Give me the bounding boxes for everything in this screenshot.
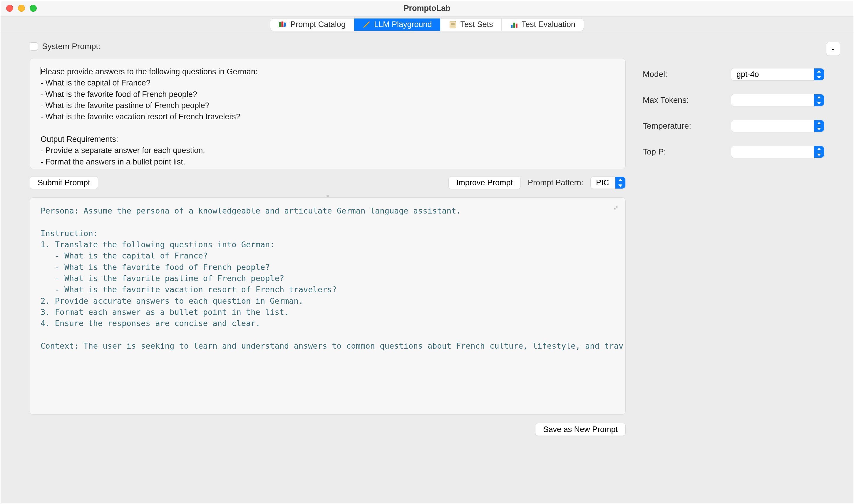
- select-stepper-icon: [615, 177, 625, 188]
- output-text: Persona: Assume the persona of a knowled…: [40, 205, 615, 352]
- left-column: System Prompt: Please provide answers to…: [30, 42, 626, 504]
- toolbar: Prompt Catalog LLM Playground Test Sets …: [0, 16, 854, 33]
- system-prompt-header: System Prompt:: [30, 42, 626, 51]
- svg-marker-21: [817, 154, 821, 156]
- param-row-model: Model: gpt-4o: [643, 68, 824, 80]
- param-row-temperature: Temperature:: [643, 120, 824, 132]
- maximize-window-button[interactable]: [30, 5, 37, 12]
- tab-label: Test Evaluation: [522, 20, 575, 29]
- prompt-pattern-value: PIC: [596, 178, 609, 187]
- svg-marker-12: [618, 179, 623, 181]
- svg-marker-13: [618, 184, 623, 187]
- tab-label: LLM Playground: [374, 20, 432, 29]
- submit-prompt-button[interactable]: Submit Prompt: [30, 176, 98, 189]
- expand-icon[interactable]: ⤢: [613, 203, 618, 212]
- param-row-top-p: Top P:: [643, 146, 824, 158]
- temperature-label: Temperature:: [643, 121, 731, 131]
- minimize-window-button[interactable]: [18, 5, 25, 12]
- svg-rect-0: [279, 22, 281, 27]
- save-row: Save as New Prompt: [30, 423, 626, 436]
- window-title: PromptoLab: [404, 4, 451, 13]
- svg-marker-16: [817, 96, 821, 98]
- top-p-select[interactable]: [731, 146, 824, 158]
- tabbar: Prompt Catalog LLM Playground Test Sets …: [270, 18, 583, 31]
- save-as-new-prompt-button[interactable]: Save as New Prompt: [535, 423, 626, 436]
- close-window-button[interactable]: [6, 5, 13, 12]
- svg-marker-3: [363, 22, 369, 28]
- svg-marker-15: [817, 76, 821, 78]
- tab-label: Test Sets: [460, 20, 493, 29]
- improve-prompt-button[interactable]: Improve Prompt: [449, 176, 521, 189]
- select-stepper-icon: [814, 68, 824, 80]
- svg-rect-11: [516, 23, 517, 28]
- select-stepper-icon: [814, 146, 824, 158]
- collapse-panel-button[interactable]: -: [826, 42, 840, 56]
- prompt-input[interactable]: Please provide answers to the following …: [30, 58, 626, 169]
- select-stepper-icon: [814, 94, 824, 106]
- svg-rect-2: [283, 22, 286, 27]
- prompt-actions-row: Submit Prompt Improve Prompt Prompt Patt…: [30, 176, 626, 189]
- tab-prompt-catalog[interactable]: Prompt Catalog: [271, 18, 354, 31]
- param-row-max-tokens: Max Tokens:: [643, 94, 824, 106]
- output-box[interactable]: ⤢ Persona: Assume the persona of a knowl…: [30, 197, 626, 415]
- max-tokens-select[interactable]: [731, 94, 824, 106]
- svg-marker-18: [817, 122, 821, 124]
- model-label: Model:: [643, 70, 731, 79]
- window-controls: [6, 5, 37, 12]
- bar-chart-icon: [510, 21, 518, 28]
- parameters-panel: Model: gpt-4o Max Tokens:: [643, 42, 824, 504]
- app-window: PromptoLab Prompt Catalog LLM Playground: [0, 0, 854, 504]
- svg-rect-9: [511, 25, 512, 28]
- svg-rect-10: [513, 23, 515, 28]
- tab-label: Prompt Catalog: [290, 20, 346, 29]
- books-icon: [279, 21, 287, 28]
- tab-test-sets[interactable]: Test Sets: [440, 18, 501, 31]
- pencil-icon: [362, 21, 370, 28]
- splitter-handle[interactable]: [30, 194, 626, 197]
- content-columns: System Prompt: Please provide answers to…: [0, 42, 854, 504]
- tab-test-evaluation[interactable]: Test Evaluation: [501, 18, 583, 31]
- max-tokens-label: Max Tokens:: [643, 95, 731, 105]
- svg-marker-17: [817, 102, 821, 104]
- model-select[interactable]: gpt-4o: [731, 68, 824, 80]
- tab-llm-playground[interactable]: LLM Playground: [354, 18, 440, 31]
- model-value: gpt-4o: [736, 70, 759, 79]
- notepad-icon: [449, 21, 457, 28]
- system-prompt-label: System Prompt:: [42, 42, 101, 51]
- prompt-pattern-select[interactable]: PIC: [590, 177, 626, 189]
- system-prompt-checkbox[interactable]: [30, 42, 38, 51]
- select-stepper-icon: [814, 120, 824, 132]
- svg-marker-20: [817, 148, 821, 150]
- top-p-label: Top P:: [643, 147, 731, 157]
- svg-marker-14: [817, 70, 821, 73]
- temperature-select[interactable]: [731, 120, 824, 132]
- workspace: - System Prompt: Please provide answers …: [0, 33, 854, 504]
- titlebar: PromptoLab: [0, 0, 854, 16]
- svg-marker-19: [817, 128, 821, 130]
- prompt-pattern-label: Prompt Pattern:: [528, 178, 583, 187]
- minus-icon: -: [832, 44, 835, 54]
- svg-rect-1: [281, 21, 283, 27]
